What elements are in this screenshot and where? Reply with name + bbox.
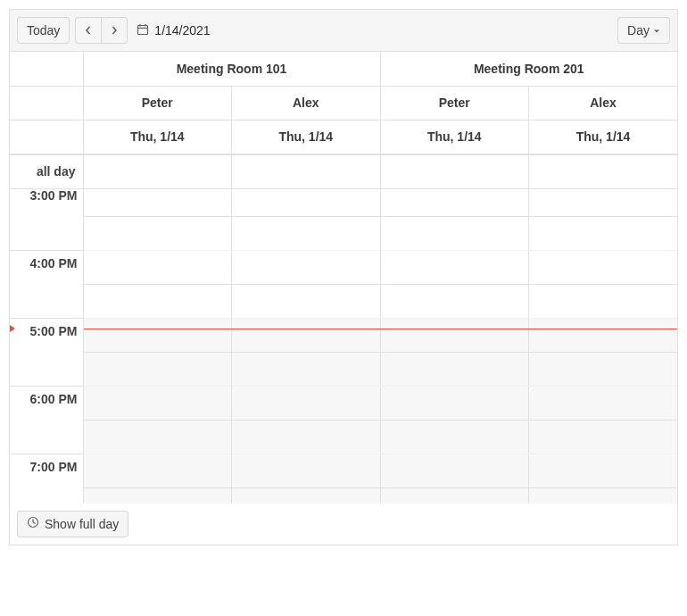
time-row bbox=[10, 488, 677, 504]
toolbar: Today bbox=[10, 10, 677, 52]
header-empty bbox=[10, 86, 83, 120]
allday-cell[interactable] bbox=[380, 154, 529, 188]
time-slot[interactable] bbox=[380, 319, 529, 353]
time-label bbox=[10, 353, 83, 387]
time-slot[interactable] bbox=[83, 285, 232, 319]
header-empty bbox=[10, 120, 83, 154]
time-slot[interactable] bbox=[232, 353, 381, 387]
header-empty bbox=[10, 52, 83, 86]
calendar-icon bbox=[137, 23, 149, 38]
chevron-left-icon bbox=[84, 23, 93, 37]
header-person: Alex bbox=[529, 86, 678, 120]
time-slot[interactable] bbox=[380, 353, 529, 387]
header-person: Peter bbox=[380, 86, 529, 120]
chevron-right-icon bbox=[110, 23, 119, 37]
time-label bbox=[10, 285, 83, 319]
time-slot[interactable] bbox=[380, 285, 529, 319]
time-label: 5:00 PM bbox=[10, 319, 83, 353]
current-date-text: 1/14/2021 bbox=[154, 23, 210, 37]
time-row bbox=[10, 353, 677, 387]
time-row bbox=[10, 420, 677, 454]
time-slot[interactable] bbox=[232, 251, 381, 285]
time-slot[interactable] bbox=[232, 420, 381, 454]
time-row bbox=[10, 285, 677, 319]
time-slot[interactable] bbox=[529, 420, 678, 454]
time-slot[interactable] bbox=[232, 285, 381, 319]
header-row-dates: Thu, 1/14 Thu, 1/14 Thu, 1/14 Thu, 1/14 bbox=[10, 120, 677, 154]
time-slot[interactable] bbox=[529, 488, 678, 504]
time-label bbox=[10, 217, 83, 251]
time-slot[interactable] bbox=[83, 251, 232, 285]
nav-button-group bbox=[75, 17, 128, 44]
time-label bbox=[10, 420, 83, 454]
header-room: Meeting Room 201 bbox=[380, 52, 677, 86]
time-slot[interactable] bbox=[232, 189, 381, 217]
time-row: 7:00 PM bbox=[10, 454, 677, 488]
time-slot[interactable] bbox=[529, 217, 678, 251]
date-picker[interactable]: 1/14/2021 bbox=[137, 23, 210, 38]
current-time-triangle-icon bbox=[10, 325, 15, 332]
time-label: 4:00 PM bbox=[10, 251, 83, 285]
time-slot[interactable] bbox=[529, 353, 678, 387]
nav-next-button[interactable] bbox=[101, 17, 128, 44]
time-slot[interactable] bbox=[83, 420, 232, 454]
time-slot[interactable] bbox=[83, 319, 232, 353]
header-date: Thu, 1/14 bbox=[83, 120, 232, 154]
allday-cell[interactable] bbox=[529, 154, 678, 188]
time-row bbox=[10, 217, 677, 251]
allday-row: all day bbox=[10, 154, 677, 189]
time-slot[interactable] bbox=[83, 353, 232, 387]
scheduler: Today bbox=[9, 9, 678, 545]
time-label: 6:00 PM bbox=[10, 387, 83, 420]
time-slot[interactable] bbox=[380, 217, 529, 251]
clock-icon bbox=[27, 516, 39, 531]
time-row: 5:00 PM bbox=[10, 319, 677, 353]
header-person: Peter bbox=[83, 86, 232, 120]
time-slot[interactable] bbox=[529, 189, 678, 217]
header-room: Meeting Room 101 bbox=[83, 52, 380, 86]
time-slot[interactable] bbox=[380, 488, 529, 504]
time-label: 3:00 PM bbox=[10, 189, 83, 217]
time-slot[interactable] bbox=[380, 251, 529, 285]
time-slot[interactable] bbox=[380, 454, 529, 488]
allday-cell[interactable] bbox=[83, 154, 232, 188]
time-row: 4:00 PM bbox=[10, 251, 677, 285]
time-slot[interactable] bbox=[529, 251, 678, 285]
header-person: Alex bbox=[232, 86, 381, 120]
time-slot[interactable] bbox=[232, 387, 381, 420]
time-slot[interactable] bbox=[83, 387, 232, 420]
time-slot[interactable] bbox=[232, 319, 381, 353]
nav-prev-button[interactable] bbox=[75, 17, 102, 44]
header-row-people: Peter Alex Peter Alex bbox=[10, 86, 677, 120]
current-time-line bbox=[84, 329, 677, 329]
view-selector[interactable]: Day bbox=[617, 17, 670, 44]
allday-label: all day bbox=[10, 154, 83, 188]
time-slot[interactable] bbox=[232, 217, 381, 251]
time-slot[interactable] bbox=[83, 454, 232, 488]
time-slot[interactable] bbox=[380, 420, 529, 454]
time-slot[interactable] bbox=[83, 189, 232, 217]
time-slot[interactable] bbox=[380, 189, 529, 217]
header-date: Thu, 1/14 bbox=[232, 120, 381, 154]
time-slot[interactable] bbox=[83, 488, 232, 504]
view-selector-label: Day bbox=[627, 23, 650, 37]
time-slot[interactable] bbox=[529, 319, 678, 353]
time-slot[interactable] bbox=[529, 454, 678, 488]
footer: Show full day bbox=[10, 504, 677, 545]
allday-cell[interactable] bbox=[232, 154, 381, 188]
time-grid[interactable]: 3:00 PM4:00 PM5:00 PM6:00 PM7:00 PM bbox=[10, 189, 677, 504]
column-header: Meeting Room 101 Meeting Room 201 Peter … bbox=[10, 52, 677, 154]
time-row: 6:00 PM bbox=[10, 387, 677, 420]
time-slot[interactable] bbox=[83, 217, 232, 251]
time-slot[interactable] bbox=[232, 454, 381, 488]
time-label bbox=[10, 488, 83, 504]
time-slot[interactable] bbox=[232, 488, 381, 504]
show-full-day-label: Show full day bbox=[45, 517, 119, 531]
time-slot[interactable] bbox=[380, 387, 529, 420]
show-full-day-button[interactable]: Show full day bbox=[17, 511, 128, 537]
time-slot[interactable] bbox=[529, 285, 678, 319]
today-button[interactable]: Today bbox=[17, 17, 70, 44]
time-slot[interactable] bbox=[529, 387, 678, 420]
header-date: Thu, 1/14 bbox=[529, 120, 678, 154]
caret-down-icon bbox=[653, 23, 660, 37]
